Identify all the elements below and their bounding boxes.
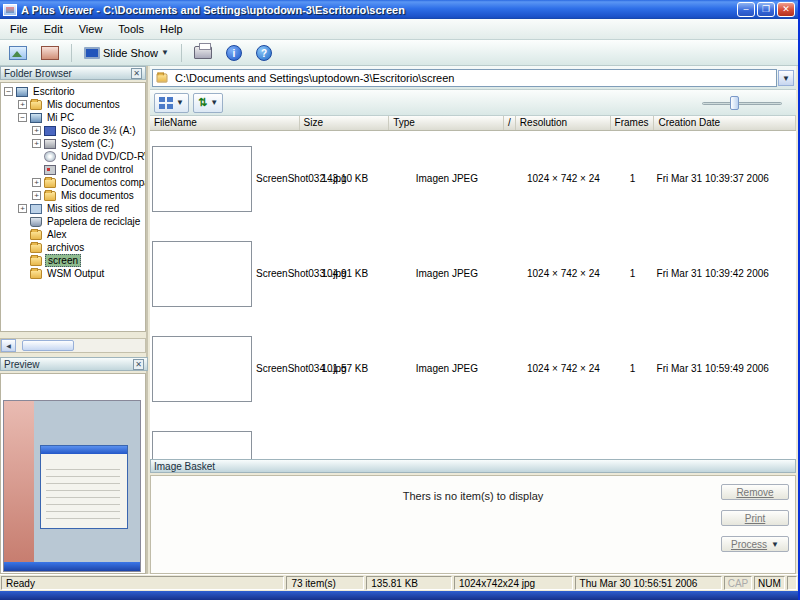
image-basket: Thers is no item(s) to display Remove Pr…	[150, 475, 796, 574]
remove-button[interactable]: Remove	[721, 484, 789, 500]
tree-item-escritorio[interactable]: −Escritorio	[1, 85, 145, 98]
scroll-left-icon[interactable]: ◀	[1, 339, 16, 352]
preview-figure-region	[4, 401, 34, 571]
close-button[interactable]: ✕	[777, 2, 795, 17]
file-thumbnail[interactable]	[152, 336, 252, 402]
tree-item-disco-de-3-a[interactable]: +Disco de 3½ (A:)	[1, 124, 145, 137]
preview-close-icon[interactable]: ✕	[133, 359, 144, 370]
tree-item-wsm-output[interactable]: WSM Output	[1, 267, 145, 280]
help-button[interactable]: ?	[251, 42, 277, 64]
desktop-icon	[16, 87, 28, 97]
column-header-type[interactable]: Type	[389, 116, 504, 130]
chevron-down-icon[interactable]: ▼	[176, 98, 184, 107]
tree-item-label: Panel de control	[59, 164, 135, 175]
status-resolution: 1024x742x24 jpg	[454, 576, 573, 590]
view-mode-button[interactable]: ▼	[154, 93, 189, 113]
column-header-filename[interactable]: FileName	[150, 116, 300, 130]
chevron-down-icon[interactable]: ▼	[210, 98, 218, 107]
status-total-size: 135.81 KB	[366, 576, 452, 590]
tree-item-unidad-dvd-cd-rw-d[interactable]: Unidad DVD/CD-RW (D:)	[1, 150, 145, 163]
print-basket-button[interactable]: Print	[721, 510, 789, 526]
right-panel: C:\Documents and Settings\uptodown-3\Esc…	[150, 66, 796, 574]
column-header-creation-date[interactable]: Creation Date	[654, 116, 796, 130]
filename-cell: ScreenShot034...jpg	[150, 321, 300, 416]
address-field[interactable]: C:\Documents and Settings\uptodown-3\Esc…	[152, 69, 777, 87]
chevron-down-icon[interactable]: ▼	[771, 540, 779, 549]
column-header-size[interactable]: Size	[300, 116, 390, 130]
tree-expander-icon[interactable]: +	[32, 191, 41, 200]
tree-expander-icon	[18, 269, 27, 278]
tree-expander-icon[interactable]: +	[18, 204, 27, 213]
tree-item-screen[interactable]: screen	[1, 254, 145, 267]
slide-show-button[interactable]: Slide Show ▼	[79, 42, 174, 64]
print-button[interactable]	[189, 42, 217, 64]
floppy-icon	[44, 126, 56, 136]
column-header-resolution[interactable]: Resolution	[516, 116, 611, 130]
menu-item-help[interactable]: Help	[152, 20, 191, 38]
file-thumbnail[interactable]	[152, 146, 252, 212]
maximize-button[interactable]: ❐	[757, 2, 775, 17]
tree-expander-icon	[18, 230, 27, 239]
tree-item-label: Mis documentos	[59, 190, 136, 201]
frames-cell: 1	[611, 321, 655, 416]
column-header-sort[interactable]: /	[504, 116, 516, 130]
scrollbar-thumb[interactable]	[22, 340, 74, 351]
tree-item-alex[interactable]: Alex	[1, 228, 145, 241]
preview-image[interactable]	[3, 400, 141, 572]
tree-expander-icon[interactable]: −	[18, 113, 27, 122]
file-row[interactable]: ScreenShot034...jpg101.57 KBImagen JPEG1…	[150, 321, 796, 416]
info-button[interactable]: i	[221, 42, 247, 64]
app-window: A Plus Viewer - C:\Documents and Setting…	[0, 0, 800, 600]
folder-tree: −Escritorio+Mis documentos−Mi PC+Disco d…	[0, 82, 146, 332]
slider-handle[interactable]	[730, 96, 739, 110]
tree-item-mis-documentos[interactable]: +Mis documentos	[1, 98, 145, 111]
address-path: C:\Documents and Settings\uptodown-3\Esc…	[175, 72, 454, 84]
menu-item-view[interactable]: View	[71, 20, 111, 38]
file-row[interactable]: ScreenShot032...jpg143.10 KBImagen JPEG1…	[150, 131, 796, 226]
thumbnail-size-slider[interactable]	[702, 96, 782, 110]
process-button[interactable]: Process▼	[721, 536, 789, 552]
tree-expander-icon	[18, 256, 27, 265]
folder-browser-close-icon[interactable]: ✕	[131, 68, 142, 79]
computer-icon	[30, 113, 42, 123]
file-thumbnail[interactable]	[152, 431, 252, 460]
tree-item-papelera-de-reciclaje[interactable]: Papelera de reciclaje	[1, 215, 145, 228]
chevron-down-icon[interactable]: ▼	[161, 48, 169, 57]
menu-item-edit[interactable]: Edit	[36, 20, 71, 38]
slider-track	[702, 102, 782, 105]
tree-expander-icon[interactable]: +	[32, 126, 41, 135]
tree-horizontal-scrollbar[interactable]: ◀	[0, 338, 146, 353]
folder-icon	[44, 191, 56, 201]
tree-item-mis-sitios-de-red[interactable]: +Mis sitios de red	[1, 202, 145, 215]
tree-expander-icon[interactable]: −	[4, 87, 13, 96]
tree-expander-icon[interactable]: +	[32, 178, 41, 187]
minimize-button[interactable]: –	[737, 2, 755, 17]
acquire-image-button[interactable]	[4, 42, 32, 64]
type-cell: Imagen JPEG	[390, 226, 505, 321]
tree-expander-icon	[18, 217, 27, 226]
tree-expander-icon[interactable]: +	[32, 139, 41, 148]
tree-expander-icon[interactable]: +	[18, 100, 27, 109]
titlebar[interactable]: A Plus Viewer - C:\Documents and Setting…	[0, 0, 798, 19]
tree-item-system-c[interactable]: +System (C:)	[1, 137, 145, 150]
tree-item-archivos[interactable]: archivos	[1, 241, 145, 254]
thumbnails-view-icon	[159, 97, 173, 109]
file-row[interactable]: ScreenShot035...jpg102.08 KBImagen JPEG1…	[150, 416, 796, 459]
sort-button[interactable]: ⇅ ▼	[193, 93, 223, 113]
folder-icon	[44, 178, 56, 188]
tree-item-mi-pc[interactable]: −Mi PC	[1, 111, 145, 124]
tree-item-label: Mis documentos	[45, 99, 122, 110]
tree-item-panel-de-control[interactable]: Panel de control	[1, 163, 145, 176]
file-thumbnail[interactable]	[152, 241, 252, 307]
info-icon: i	[226, 45, 242, 61]
scan-button[interactable]	[36, 42, 64, 64]
tree-item-mis-documentos[interactable]: +Mis documentos	[1, 189, 145, 202]
column-header-frames[interactable]: Frames	[611, 116, 655, 130]
tree-item-label: Escritorio	[31, 86, 77, 97]
menu-item-file[interactable]: File	[2, 20, 36, 38]
sort-cell	[504, 131, 516, 226]
menu-item-tools[interactable]: Tools	[110, 20, 152, 38]
tree-item-documentos-compartidos[interactable]: +Documentos compartidos	[1, 176, 145, 189]
address-dropdown-icon[interactable]: ▼	[778, 70, 794, 86]
file-row[interactable]: ScreenShot033...jpg104.91 KBImagen JPEG1…	[150, 226, 796, 321]
